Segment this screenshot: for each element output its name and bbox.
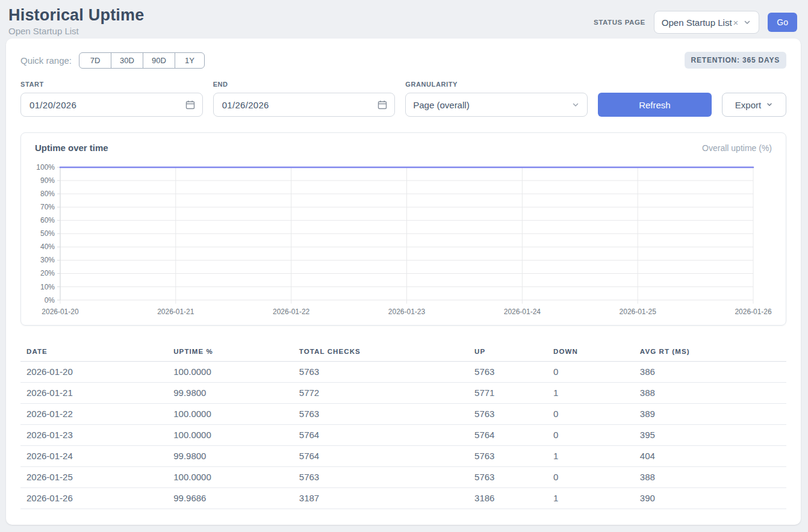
- refresh-button[interactable]: Refresh: [598, 93, 712, 117]
- svg-text:10%: 10%: [40, 283, 55, 291]
- svg-text:90%: 90%: [40, 176, 55, 185]
- clear-selection-icon[interactable]: ×: [733, 17, 739, 28]
- table-cell: 99.9800: [167, 382, 293, 403]
- granularity-label: GRANULARITY: [405, 81, 588, 88]
- table-cell: 2026-01-26: [20, 487, 167, 509]
- svg-text:100%: 100%: [36, 163, 55, 172]
- svg-text:2026-01-20: 2026-01-20: [42, 308, 79, 316]
- table-cell: 3186: [468, 487, 547, 509]
- table-row: 2026-01-2499.9800576457631404: [20, 445, 786, 466]
- table-cell: 100.0000: [167, 361, 293, 382]
- svg-text:70%: 70%: [40, 203, 55, 211]
- svg-text:60%: 60%: [40, 216, 55, 224]
- table-cell: 5763: [293, 403, 468, 424]
- refresh-field: Refresh: [598, 93, 712, 117]
- export-button-label: Export: [735, 100, 761, 110]
- page-title: Historical Uptime: [8, 6, 144, 25]
- status-page-selected-value: Open Startup List: [662, 17, 732, 28]
- top-header: Historical Uptime Open Startup List STAT…: [0, 0, 808, 39]
- export-field: Export: [722, 93, 786, 117]
- table-cell: 3187: [293, 487, 468, 509]
- table-cell: 0: [547, 361, 634, 382]
- start-date-field: START: [20, 81, 203, 117]
- granularity-field: GRANULARITY Page (overall): [405, 81, 588, 117]
- retention-badge: RETENTION: 365 DAYS: [685, 52, 786, 69]
- table-cell: 5771: [468, 382, 547, 403]
- table-cell: 386: [634, 361, 786, 382]
- go-button[interactable]: Go: [768, 13, 797, 32]
- chevron-down-icon: [766, 100, 773, 110]
- quick-range-90d-button[interactable]: 90D: [143, 52, 175, 69]
- quick-range-row: Quick range: 7D 30D 90D 1Y RETENTION: 36…: [20, 52, 786, 69]
- start-date-input-box: [20, 93, 203, 117]
- column-header: DATE: [20, 342, 167, 362]
- chart-legend: Overall uptime (%): [702, 143, 772, 153]
- header-titles: Historical Uptime Open Startup List: [8, 6, 144, 36]
- table-cell: 395: [634, 424, 786, 445]
- uptime-line-chart: 0%10%20%30%40%50%60%70%80%90%100%2026-01…: [32, 160, 775, 318]
- table-cell: 1: [547, 445, 634, 466]
- start-date-label: START: [20, 81, 203, 88]
- table-row: 2026-01-2699.9686318731861390: [20, 487, 786, 509]
- table-cell: 5764: [468, 424, 547, 445]
- chevron-down-icon: [743, 18, 751, 26]
- table-cell: 5763: [293, 361, 468, 382]
- table-cell: 1: [547, 382, 634, 403]
- filters-row: START END GRANULARITY Page (overall): [20, 81, 786, 117]
- header-controls: STATUS PAGE Open Startup List × Go: [594, 11, 797, 34]
- table-row: 2026-01-25100.0000576357630388: [20, 466, 786, 487]
- table-cell: 5772: [293, 382, 468, 403]
- chart-header: Uptime over time Overall uptime (%): [32, 143, 775, 153]
- end-date-input-box: [213, 93, 396, 117]
- table-cell: 1: [547, 487, 634, 509]
- svg-text:40%: 40%: [40, 243, 55, 251]
- table-cell: 5763: [468, 361, 547, 382]
- start-date-input[interactable]: [28, 99, 195, 111]
- table-cell: 0: [547, 403, 634, 424]
- table-cell: 2026-01-25: [20, 466, 167, 487]
- table-cell: 2026-01-21: [20, 382, 167, 403]
- table-cell: 2026-01-22: [20, 403, 167, 424]
- column-header: UPTIME %: [167, 342, 293, 362]
- quick-range-1y-button[interactable]: 1Y: [175, 52, 205, 69]
- table-cell: 5763: [468, 445, 547, 466]
- table-cell: 2026-01-24: [20, 445, 167, 466]
- quick-range-7d-button[interactable]: 7D: [79, 52, 111, 69]
- quick-range-30d-button[interactable]: 30D: [111, 52, 143, 69]
- end-date-label: END: [213, 81, 396, 88]
- table-row: 2026-01-2199.9800577257711388: [20, 382, 786, 403]
- table-cell: 99.9686: [167, 487, 293, 509]
- table-cell: 2026-01-20: [20, 361, 167, 382]
- table-cell: 100.0000: [167, 403, 293, 424]
- table-cell: 5764: [293, 445, 468, 466]
- table-cell: 0: [547, 466, 634, 487]
- chevron-down-icon: [571, 101, 580, 109]
- table-cell: 2026-01-23: [20, 424, 167, 445]
- table-cell: 5763: [468, 466, 547, 487]
- status-page-label: STATUS PAGE: [594, 19, 645, 26]
- svg-text:2026-01-24: 2026-01-24: [504, 308, 541, 316]
- table-cell: 389: [634, 403, 786, 424]
- svg-text:2026-01-22: 2026-01-22: [273, 308, 310, 316]
- chart-plot-area: 0%10%20%30%40%50%60%70%80%90%100%2026-01…: [32, 160, 775, 318]
- table-cell: 5764: [293, 424, 468, 445]
- svg-text:2026-01-23: 2026-01-23: [388, 308, 426, 316]
- table-cell: 5763: [293, 466, 468, 487]
- end-date-input[interactable]: [221, 99, 388, 111]
- column-header: TOTAL CHECKS: [293, 342, 468, 362]
- table-cell: 390: [634, 487, 786, 509]
- chart-title: Uptime over time: [35, 143, 108, 153]
- table-cell: 100.0000: [167, 466, 293, 487]
- table-cell: 404: [634, 445, 786, 466]
- svg-text:20%: 20%: [40, 269, 55, 277]
- granularity-select[interactable]: Page (overall): [405, 93, 588, 117]
- granularity-selected-value: Page (overall): [413, 100, 469, 110]
- table-cell: 388: [634, 382, 786, 403]
- status-page-select[interactable]: Open Startup List ×: [654, 11, 760, 34]
- svg-text:30%: 30%: [40, 256, 55, 264]
- table-cell: 5763: [468, 403, 547, 424]
- export-button[interactable]: Export: [722, 93, 786, 117]
- svg-text:80%: 80%: [40, 190, 55, 198]
- uptime-chart-card: Uptime over time Overall uptime (%) 0%10…: [20, 132, 786, 326]
- table-row: 2026-01-23100.0000576457640395: [20, 424, 786, 445]
